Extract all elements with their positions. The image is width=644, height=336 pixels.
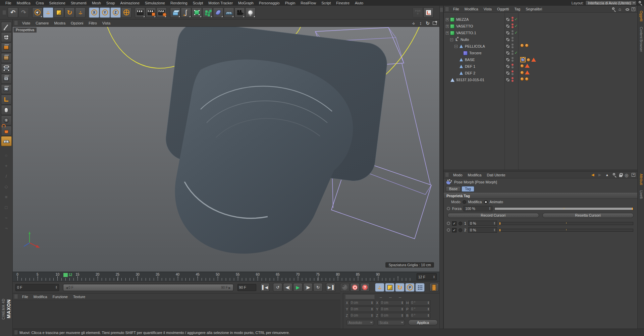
record-pla-button[interactable] — [415, 283, 425, 292]
dock-tab-livelli[interactable]: Livelli — [638, 188, 643, 201]
visibility-dot-red[interactable] — [512, 19, 514, 21]
visibility-dots[interactable] — [512, 64, 514, 68]
workplane-tile-button[interactable] — [1, 136, 12, 146]
last-used-tool-button[interactable] — [75, 7, 86, 18]
slider-knob[interactable] — [499, 222, 500, 225]
visibility-dots[interactable] — [512, 50, 514, 55]
slider-knob[interactable] — [632, 208, 633, 210]
enabled-check-icon[interactable]: ✓ — [515, 51, 518, 55]
visibility-dot-gray[interactable] — [512, 37, 514, 39]
modeling-tool-2-button[interactable]: + — [1, 161, 12, 171]
goto-end-button[interactable]: ▶▐ — [326, 283, 335, 292]
go-parent-icon[interactable] — [605, 173, 610, 177]
play-cycle-button[interactable]: ↻ — [313, 283, 323, 292]
morph-value-field[interactable]: 0 %▲▼ — [468, 221, 497, 226]
om-menu-tag[interactable]: Tag — [512, 7, 523, 11]
layer-chip[interactable] — [506, 17, 510, 21]
object-row-def-1[interactable]: DEF 1 — [444, 63, 637, 70]
play-forwards-button[interactable]: ▶ — [293, 283, 303, 292]
om-menu-modifica[interactable]: Modifica — [462, 7, 481, 11]
menu-crea[interactable]: Crea — [33, 1, 47, 5]
animation-dot-icon[interactable] — [447, 207, 450, 210]
menu-plugin[interactable]: Plugin — [282, 1, 298, 5]
reset-psr-button[interactable]: PSR 0 — [413, 7, 423, 18]
viewport-menu-camere[interactable]: Camere — [33, 21, 51, 25]
rotate-tool-button[interactable] — [64, 7, 75, 18]
visibility-dots[interactable] — [512, 44, 514, 48]
menu-mesh[interactable]: Mesh — [89, 1, 104, 5]
coord-header-2[interactable]: -- — [395, 295, 405, 299]
modeling-tool-6-button[interactable]: □ — [1, 202, 12, 212]
resetta-cursori-button[interactable]: Resetta Cursori — [542, 213, 634, 218]
dock-tab-attributi[interactable]: Attributi — [638, 171, 643, 187]
search-icon[interactable] — [612, 7, 616, 11]
menu-simulazione[interactable]: Simulazione — [142, 1, 168, 5]
stepper-icon[interactable]: ▲▼ — [400, 307, 403, 311]
visibility-dots[interactable] — [512, 23, 514, 28]
layer-chip[interactable] — [506, 51, 510, 55]
edges-mode-button[interactable] — [1, 74, 12, 84]
goto-next-frame-button[interactable]: )▶ — [303, 283, 313, 292]
points-mode-button[interactable] — [1, 63, 12, 73]
visibility-dot-gray[interactable] — [512, 66, 514, 68]
apply-button[interactable]: Applica — [408, 320, 438, 325]
expander-icon[interactable]: + — [446, 18, 449, 21]
menu-strumenti[interactable]: Strumenti — [68, 1, 89, 5]
stepper-icon[interactable]: ▲▼ — [432, 275, 435, 279]
keyframe-selection-button[interactable] — [360, 283, 370, 292]
radio-animato[interactable] — [484, 200, 488, 204]
dock-tab-oggetti[interactable]: Oggetti — [638, 8, 643, 24]
drag-grip[interactable] — [14, 21, 18, 25]
visibility-dot-gray[interactable] — [512, 40, 514, 42]
object-tree[interactable]: +MEZZA✓+VASETTO✓+VASETTO.1✓−Nullo−PELLIC… — [444, 13, 637, 170]
menu-finestre[interactable]: Finestre — [333, 1, 352, 5]
visibility-dots[interactable] — [512, 77, 514, 82]
forza-field[interactable]: 100 % ▲▼ — [464, 206, 492, 211]
slider-knob[interactable] — [499, 229, 500, 231]
modeling-tool-1-button[interactable]: ○ — [1, 150, 12, 160]
object-row-nullo[interactable]: −Nullo — [444, 36, 637, 43]
tab-tag[interactable]: Tag — [462, 186, 474, 192]
goto-start-button[interactable]: ▌◀ — [260, 283, 270, 292]
menu-motion-tracker[interactable]: Motion Tracker — [206, 1, 235, 5]
lock-z-axis-button[interactable]: Z — [110, 7, 121, 18]
menu-aiuto[interactable]: Aiuto — [352, 1, 366, 5]
record-scale-button[interactable] — [385, 283, 394, 292]
menu-personaggio[interactable]: Personaggio — [256, 1, 282, 5]
visibility-dot-red[interactable] — [512, 77, 514, 79]
visibility-dot-red[interactable] — [512, 80, 514, 82]
range-end-field[interactable]: 90 F — [237, 284, 256, 291]
scale-tool-button[interactable] — [54, 7, 64, 18]
play-backwards-button[interactable]: ↺ — [273, 283, 282, 292]
search-icon[interactable] — [638, 1, 643, 5]
viewport-menu-opzioni[interactable]: Opzioni — [68, 21, 86, 25]
layer-chip[interactable] — [506, 31, 510, 35]
om-menu-file[interactable]: File — [450, 7, 462, 11]
tweak-mode-button[interactable] — [1, 105, 12, 115]
material-menu-funzione[interactable]: Funzione — [50, 294, 70, 299]
attr-menu-modo[interactable]: Modo — [450, 173, 465, 177]
radio-modifica[interactable] — [463, 200, 466, 204]
coord-value-field[interactable]: 0 °▲▼ — [410, 300, 431, 305]
lock-panel-icon[interactable] — [619, 175, 622, 177]
dock-tab-content-browser[interactable]: Content Browser — [638, 24, 643, 54]
dot-tag[interactable] — [520, 64, 524, 68]
timeline-ruler[interactable]: 051015202530354045505560657075808590 12 … — [13, 272, 439, 282]
goto-previous-frame-button[interactable]: ◀( — [283, 283, 292, 292]
visibility-dot-gray[interactable] — [512, 73, 514, 75]
render-view-button[interactable] — [135, 7, 145, 18]
material-menu-modifica[interactable]: Modifica — [31, 294, 50, 299]
coord-value-field[interactable]: 0 cm▲▼ — [380, 300, 405, 305]
coord-value-field[interactable]: 0 cm▲▼ — [350, 300, 374, 305]
menu-script[interactable]: Script — [319, 1, 333, 5]
select-radio[interactable] — [459, 222, 462, 225]
layer-chip[interactable] — [506, 64, 510, 68]
stepper-icon[interactable]: ▲▼ — [370, 301, 373, 304]
lock-x-axis-button[interactable]: X — [89, 7, 99, 18]
layer-chip[interactable] — [506, 71, 510, 75]
coord-value-field[interactable]: 0 cm▲▼ — [380, 306, 405, 312]
track-selection-icon[interactable] — [625, 173, 629, 177]
animation-dot-icon[interactable] — [447, 228, 450, 232]
undo-button[interactable] — [8, 7, 18, 18]
object-row-def-2[interactable]: DEF 2 — [444, 70, 637, 76]
